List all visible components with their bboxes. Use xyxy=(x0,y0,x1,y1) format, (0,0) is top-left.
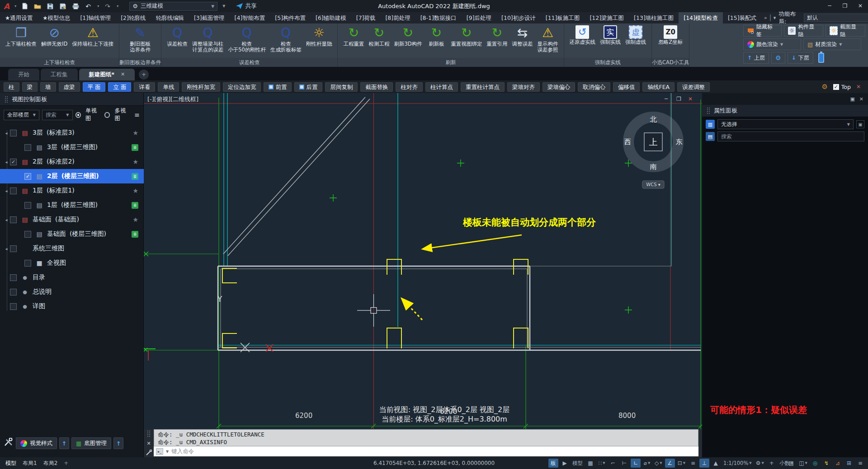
rp-close-icon[interactable]: ✕ xyxy=(859,96,863,102)
lineweight-icon[interactable]: ≡ xyxy=(688,459,698,468)
check-project-refresh-button[interactable]: ↻检测工程 xyxy=(367,25,391,47)
rp-list-icon[interactable]: ▣ xyxy=(856,120,864,128)
ribbon-tab-[13]墙柱施工图[interactable]: [13]墙柱施工图 xyxy=(629,12,679,23)
force-solid-line-button[interactable]: 实强制实线 xyxy=(598,25,623,46)
view-cube-compass[interactable]: 北 东 南 西 上 WCS ▾ xyxy=(624,115,683,188)
tree-item-3层[interactable]: ▤3层(楼层三维图)≣ xyxy=(0,140,144,155)
favorite-star-icon[interactable]: ★ xyxy=(132,216,138,223)
project-reset-refresh-button[interactable]: ↻工程重置 xyxy=(341,25,366,47)
panel-tools-icon[interactable] xyxy=(4,438,14,449)
tree-checkbox[interactable]: ✓ xyxy=(10,159,17,165)
function-layout-dropdown[interactable]: 默认 ▼ xyxy=(804,14,868,22)
ribbon-tab-[6]辅助建模[interactable]: [6]辅助建模 xyxy=(311,12,351,23)
ribbon-tab-[8]前处理[interactable]: [8]前处理 xyxy=(380,12,415,23)
snap-mode-icon[interactable]: ∷▼ xyxy=(597,459,607,468)
ribbon-tab-[5]构件布置[interactable]: [5]构件布置 xyxy=(270,12,311,23)
component-visibility-button[interactable]: ☼ 构件显隐 xyxy=(784,25,824,37)
object-snap-icon[interactable]: ⊡▼ xyxy=(676,459,687,468)
tree-checkbox[interactable] xyxy=(24,260,31,267)
ribbon-tab-轮廓线编辑[interactable]: 轮廓线编辑 xyxy=(151,12,189,23)
visual-style-button[interactable]: 视觉样式 xyxy=(16,437,57,449)
section-visibility-button[interactable]: ☼ 截面显隐 xyxy=(826,25,865,37)
drawing-viewport[interactable]: Y 6200 6200 8000 当前视图: 视图_2层体系0_2层 视图_2层… xyxy=(144,93,702,429)
tool-层间复制[interactable]: 层间复制 xyxy=(325,82,358,92)
multi-view-radio[interactable] xyxy=(104,112,110,118)
annotation-visibility-icon[interactable]: ▲ xyxy=(711,459,721,468)
tool-立面[interactable]: 立 面 xyxy=(108,82,131,92)
tool-重置柱计算点[interactable]: 重置柱计算点 xyxy=(461,82,505,92)
tree-expand-icon[interactable]: ◂ xyxy=(3,188,10,193)
compass-south-label[interactable]: 南 xyxy=(650,163,657,171)
tree-checkbox[interactable] xyxy=(10,274,17,281)
viewport-minimize-icon[interactable]: ─ xyxy=(664,96,668,102)
tree-item-总说明[interactable]: ●总说明 xyxy=(0,285,144,299)
ribbon-tab-[14]模型检查[interactable]: [14]模型检查 xyxy=(679,12,723,23)
tool-梁墙偏心[interactable]: 梁墙偏心 xyxy=(542,82,575,92)
save-icon[interactable] xyxy=(46,3,54,10)
ignore-z-coordinate-button[interactable]: Z0忽略Z坐标 xyxy=(656,25,684,46)
tool-截面替换[interactable]: 截面替换 xyxy=(360,82,393,92)
tree-item-3层[interactable]: ◂▤3层(标准层3)★ xyxy=(0,126,144,140)
customization-icon[interactable]: ≡ xyxy=(855,459,865,468)
visual-style-up-button[interactable]: ↑ xyxy=(59,437,69,449)
view-state-icon[interactable]: ≣ xyxy=(132,144,138,151)
viewport-restore-icon[interactable]: ❐ xyxy=(676,96,681,102)
tool-定位边加宽[interactable]: 定位边加宽 xyxy=(223,82,261,92)
unbind-invalid-id-button[interactable]: ⊘解绑无效ID xyxy=(39,25,69,47)
view-state-icon[interactable]: ≣ xyxy=(132,173,138,180)
wcs-label[interactable]: WCS ▾ xyxy=(646,182,660,187)
file-tab-close-icon[interactable]: ✕ xyxy=(121,69,125,80)
quick-properties-icon[interactable]: ▤ xyxy=(786,459,796,468)
panel-close-icon[interactable]: ✕ xyxy=(856,84,861,90)
tool-详看[interactable]: 详看 xyxy=(134,82,155,92)
refresh-slab-button[interactable]: ↻刷新板 xyxy=(425,25,448,47)
ribbon-tab-★通用设置[interactable]: ★通用设置 xyxy=(0,12,38,23)
command-input[interactable]: ▸_ ▼ 键入命令 xyxy=(154,446,698,456)
infer-constraints-icon[interactable]: ⌐ xyxy=(608,459,618,468)
cmd-drag-handle[interactable] xyxy=(147,430,151,437)
toolbar-gear-icon[interactable]: ⚙ xyxy=(821,83,827,91)
tree-checkbox[interactable] xyxy=(10,245,17,252)
color-render-button[interactable]: 颜色渲染 ▼ xyxy=(743,38,801,50)
layout-tab-模型[interactable]: 模型 xyxy=(5,460,16,467)
layout-switch-icon[interactable]: ◫▼ xyxy=(797,459,809,468)
tool-轴线FEA[interactable]: 轴线FEA xyxy=(642,82,675,92)
floor-gear-button[interactable]: ⚙ xyxy=(771,52,785,64)
drafting-board-icon[interactable]: 板 xyxy=(548,459,558,468)
ribbon-tab-[4]智能布置[interactable]: [4]智能布置 xyxy=(230,12,270,23)
undo-icon[interactable]: ↶ xyxy=(84,3,92,10)
reset-view-binding-button[interactable]: ↻重置视图绑定 xyxy=(449,25,484,47)
tool-墙[interactable]: 墙 xyxy=(40,82,56,92)
isometric-drafting-icon[interactable]: ◇▼ xyxy=(653,459,664,468)
column-check-button[interactable]: ❐上下墙柱检查 xyxy=(4,25,38,47)
tool-前置[interactable]: 前置 xyxy=(264,82,292,92)
tool-后置[interactable]: 后置 xyxy=(294,82,322,92)
add-scale-icon[interactable]: + xyxy=(767,459,777,468)
tool-柱计算点[interactable]: 柱计算点 xyxy=(425,82,458,92)
tree-checkbox[interactable] xyxy=(24,144,31,151)
view-state-icon[interactable]: ≣ xyxy=(132,231,138,238)
annotation-scale-toggle[interactable]: 1:1/100%▼ xyxy=(722,459,753,468)
ortho-mode-icon[interactable]: ∟ xyxy=(631,459,641,468)
ribbon-tab-[9]后处理[interactable]: [9]后处理 xyxy=(462,12,496,23)
ribbon-tab-[11]板施工图[interactable]: [11]板施工图 xyxy=(541,12,585,23)
tree-checkbox[interactable] xyxy=(24,202,31,209)
tree-search-dropdown[interactable]: 搜索▼ xyxy=(42,110,73,120)
file-tab-开始[interactable]: 开始 xyxy=(8,69,39,80)
annotation-settings-gear-icon[interactable]: ⚙▼ xyxy=(755,459,765,468)
ribbon-tab-[3]截面管理[interactable]: [3]截面管理 xyxy=(189,12,230,23)
dynamic-input-icon[interactable]: ⊢ xyxy=(619,459,629,468)
tree-menu-icon[interactable]: ≡ xyxy=(134,111,140,118)
tree-item-详图[interactable]: ●详图 xyxy=(0,299,144,314)
reset-reference-button[interactable]: ↻重置引用 xyxy=(485,25,509,47)
check-rigid-bar-magnifier-button[interactable]: Q检查 小于50的刚性杆 xyxy=(226,25,268,53)
tree-checkbox[interactable] xyxy=(24,231,31,238)
top-view-checkbox[interactable]: ✓ Top xyxy=(833,84,851,90)
property-search-input[interactable]: 搜索 xyxy=(717,131,864,141)
favorite-star-icon[interactable]: ★ xyxy=(132,158,138,165)
tool-柱[interactable]: 柱 xyxy=(4,82,19,92)
tab-overflow-chevron[interactable]: » xyxy=(761,15,770,21)
tool-梁[interactable]: 梁 xyxy=(22,82,38,92)
tree-item-系统三维图[interactable]: ◂系统三维图 xyxy=(0,241,144,256)
ribbon-tab-★模型信息[interactable]: ★模型信息 xyxy=(38,12,75,23)
